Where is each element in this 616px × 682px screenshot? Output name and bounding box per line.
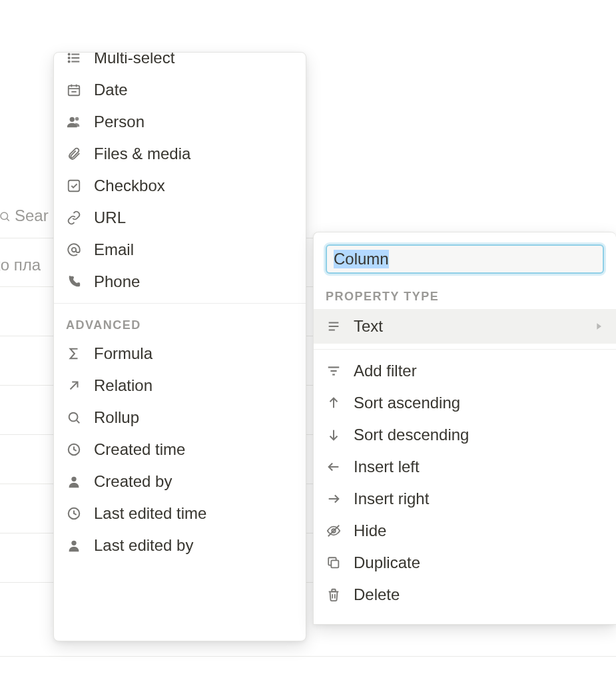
- property-option-label: Checkbox: [94, 176, 165, 195]
- property-option-last-edited-by[interactable]: Last edited by: [54, 529, 306, 561]
- action-delete[interactable]: Delete: [314, 579, 616, 611]
- clock-icon: [66, 442, 82, 458]
- property-option-label: Rollup: [94, 408, 139, 427]
- arrow-up-icon: [326, 395, 342, 411]
- property-option-created-time[interactable]: Created time: [54, 434, 306, 466]
- property-type-selector[interactable]: Text: [314, 309, 616, 344]
- link-icon: [66, 210, 82, 226]
- eye-off-icon: [326, 523, 342, 539]
- search-icon: [66, 410, 82, 426]
- action-hide[interactable]: Hide: [314, 515, 616, 547]
- action-insert-left[interactable]: Insert left: [314, 451, 616, 483]
- person-icon: [66, 474, 82, 490]
- property-option-person[interactable]: Person: [54, 106, 306, 138]
- action-label: Sort descending: [354, 426, 469, 444]
- property-type-picker-menu: Multi-select Date Person Files & media C…: [53, 52, 306, 641]
- property-option-label: Last edited time: [94, 504, 206, 523]
- action-label: Add filter: [354, 362, 417, 380]
- action-label: Hide: [354, 521, 386, 540]
- phone-icon: [66, 274, 82, 290]
- clock-icon: [66, 506, 82, 521]
- svg-point-23: [71, 541, 76, 545]
- svg-rect-8: [69, 86, 80, 96]
- property-option-label: Multi-select: [94, 52, 174, 67]
- property-option-phone[interactable]: Phone: [54, 266, 306, 298]
- property-option-label: Created time: [94, 440, 185, 459]
- trash-icon: [326, 587, 342, 603]
- column-name-input[interactable]: [326, 244, 604, 274]
- table-cell-text: ко пла: [0, 256, 41, 274]
- property-option-label: URL: [94, 208, 126, 227]
- svg-rect-36: [331, 560, 338, 567]
- svg-point-6: [69, 57, 70, 59]
- property-type-section-header: PROPERTY TYPE: [314, 280, 616, 309]
- property-option-created-by[interactable]: Created by: [54, 466, 306, 498]
- property-option-checkbox[interactable]: Checkbox: [54, 170, 306, 202]
- menu-divider: [54, 303, 306, 304]
- svg-point-16: [72, 248, 76, 252]
- svg-point-14: [75, 117, 79, 121]
- property-option-label: Files & media: [94, 145, 190, 163]
- svg-point-7: [69, 61, 70, 62]
- svg-line-19: [77, 420, 79, 423]
- svg-point-21: [71, 477, 76, 482]
- svg-rect-15: [69, 180, 80, 192]
- property-option-last-edited-time[interactable]: Last edited time: [54, 498, 306, 529]
- property-option-label: Email: [94, 240, 134, 259]
- filter-icon: [326, 363, 342, 379]
- checkbox-icon: [66, 178, 82, 194]
- svg-line-1: [7, 218, 9, 220]
- action-insert-right[interactable]: Insert right: [314, 483, 616, 515]
- search-icon: [0, 210, 11, 222]
- action-add-filter[interactable]: Add filter: [314, 355, 616, 387]
- menu-divider: [314, 349, 616, 350]
- property-option-label: Phone: [94, 272, 140, 291]
- column-name-field-wrap: [314, 232, 616, 280]
- attachment-icon: [66, 146, 82, 162]
- person-icon: [66, 537, 82, 553]
- property-option-label: Person: [94, 113, 145, 131]
- svg-point-0: [1, 212, 8, 220]
- chevron-right-icon: [593, 321, 604, 332]
- action-label: Insert right: [354, 490, 429, 508]
- column-context-menu: PROPERTY TYPE Text Add filter Sort ascen…: [313, 232, 616, 625]
- search-label: Sear: [15, 206, 49, 225]
- property-option-label: Date: [94, 81, 128, 99]
- property-option-date[interactable]: Date: [54, 74, 306, 106]
- list-icon: [66, 52, 82, 66]
- property-option-label: Created by: [94, 472, 172, 491]
- property-option-label: Last edited by: [94, 536, 193, 555]
- text-lines-icon: [326, 318, 342, 334]
- action-label: Delete: [354, 585, 400, 604]
- action-label: Sort ascending: [354, 394, 460, 412]
- duplicate-icon: [326, 555, 342, 571]
- arrow-right-icon: [326, 491, 342, 507]
- action-label: Insert left: [354, 458, 420, 476]
- property-option-email[interactable]: Email: [54, 234, 306, 266]
- action-duplicate[interactable]: Duplicate: [314, 547, 616, 579]
- arrow-ne-icon: [66, 378, 82, 394]
- property-option-multi-select[interactable]: Multi-select: [54, 52, 306, 74]
- property-option-formula[interactable]: Formula: [54, 338, 306, 370]
- svg-point-13: [70, 117, 75, 122]
- svg-line-17: [71, 382, 78, 390]
- property-option-files[interactable]: Files & media: [54, 138, 306, 170]
- property-option-relation[interactable]: Relation: [54, 370, 306, 402]
- action-sort-ascending[interactable]: Sort ascending: [314, 387, 616, 419]
- svg-point-18: [69, 413, 78, 422]
- arrow-left-icon: [326, 459, 342, 475]
- sigma-icon: [66, 346, 82, 362]
- action-sort-descending[interactable]: Sort descending: [314, 419, 616, 451]
- calendar-icon: [66, 82, 82, 98]
- at-icon: [66, 242, 82, 258]
- property-type-label: Text: [354, 317, 383, 336]
- advanced-section-header: ADVANCED: [54, 309, 306, 338]
- property-option-rollup[interactable]: Rollup: [54, 402, 306, 434]
- svg-point-5: [69, 53, 70, 55]
- property-option-label: Formula: [94, 344, 153, 363]
- arrow-down-icon: [326, 427, 342, 443]
- people-icon: [66, 114, 82, 130]
- table-row-divider: [0, 656, 616, 657]
- action-label: Duplicate: [354, 553, 420, 572]
- property-option-url[interactable]: URL: [54, 202, 306, 234]
